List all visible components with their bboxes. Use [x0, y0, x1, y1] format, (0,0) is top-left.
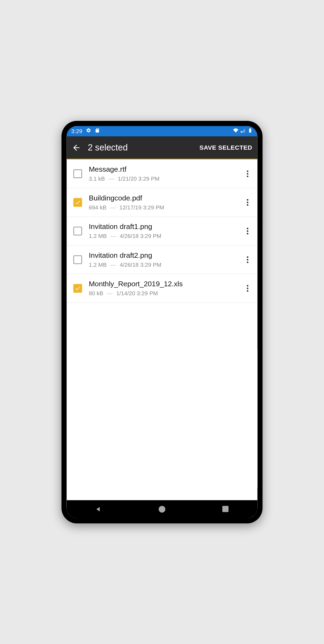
file-info: Invitation draft2.png 1.2 MB — 4/26/18 3…	[89, 251, 242, 268]
overflow-menu-button[interactable]	[242, 226, 253, 236]
file-size: 1.2 MB	[89, 233, 107, 239]
file-name: Monthly_Report_2019_12.xls	[89, 280, 242, 288]
file-size: 80 kB	[89, 290, 103, 297]
android-nav-bar	[67, 500, 258, 518]
overflow-menu-button[interactable]	[242, 168, 253, 179]
file-row[interactable]: Buildingcode.pdf 694 kB — 12/17/19 3:29 …	[67, 188, 258, 216]
gear-icon	[86, 128, 91, 134]
file-info: Monthly_Report_2019_12.xls 80 kB — 1/14/…	[89, 280, 242, 297]
file-size: 3.1 kB	[89, 175, 105, 182]
checkbox[interactable]	[73, 169, 82, 178]
app-bar: 2 selected SAVE SELECTED	[67, 136, 258, 160]
overflow-menu-button[interactable]	[242, 255, 253, 265]
checkbox[interactable]	[73, 255, 82, 264]
battery-icon	[247, 128, 253, 134]
file-meta: 1.2 MB — 4/26/18 3:29 PM	[89, 233, 242, 240]
meta-separator: —	[110, 204, 116, 211]
save-selected-button[interactable]: SAVE SELECTED	[199, 144, 252, 151]
screen: 3:29	[67, 126, 258, 518]
file-meta: 3.1 kB — 1/21/20 3:29 PM	[89, 175, 242, 182]
file-name: Invitation draft2.png	[89, 251, 242, 259]
file-info: Message.rtf 3.1 kB — 1/21/20 3:29 PM	[89, 165, 242, 182]
meta-separator: —	[109, 175, 114, 182]
file-date: 4/26/18 3:29 PM	[120, 233, 161, 239]
status-right	[233, 128, 253, 134]
overflow-menu-button[interactable]	[242, 283, 253, 293]
page-title: 2 selected	[88, 142, 128, 152]
file-name: Invitation draft1.png	[89, 222, 242, 231]
signal-icon	[240, 128, 246, 134]
checkbox[interactable]	[73, 198, 82, 207]
status-left: 3:29	[71, 128, 100, 134]
file-row[interactable]: Invitation draft1.png 1.2 MB — 4/26/18 3…	[67, 217, 258, 245]
meta-separator: —	[110, 233, 116, 239]
file-row[interactable]: Monthly_Report_2019_12.xls 80 kB — 1/14/…	[67, 274, 258, 303]
nav-home-button[interactable]	[159, 506, 166, 513]
sd-card-icon	[95, 128, 100, 134]
file-meta: 1.2 MB — 4/26/18 3:29 PM	[89, 261, 242, 268]
checkbox[interactable]	[73, 227, 82, 235]
file-name: Message.rtf	[89, 165, 242, 173]
file-date: 12/17/19 3:29 PM	[119, 204, 164, 211]
file-info: Invitation draft1.png 1.2 MB — 4/26/18 3…	[89, 222, 242, 240]
back-button[interactable]	[72, 143, 81, 152]
overflow-menu-button[interactable]	[242, 197, 253, 208]
file-row[interactable]: Invitation draft2.png 1.2 MB — 4/26/18 3…	[67, 245, 258, 274]
nav-recent-button[interactable]	[222, 506, 229, 513]
file-date: 1/14/20 3:29 PM	[116, 290, 158, 297]
file-date: 1/21/20 3:29 PM	[118, 175, 159, 182]
clock: 3:29	[71, 128, 82, 134]
file-size: 1.2 MB	[89, 261, 107, 268]
file-list: Message.rtf 3.1 kB — 1/21/20 3:29 PM Bui…	[67, 159, 258, 500]
meta-separator: —	[110, 261, 116, 268]
meta-separator: —	[107, 290, 113, 297]
file-size: 694 kB	[89, 204, 106, 211]
checkbox[interactable]	[73, 284, 82, 293]
status-bar: 3:29	[67, 126, 258, 136]
wifi-icon	[233, 128, 238, 134]
file-date: 4/26/18 3:29 PM	[120, 261, 161, 268]
file-name: Buildingcode.pdf	[89, 194, 242, 202]
file-info: Buildingcode.pdf 694 kB — 12/17/19 3:29 …	[89, 194, 242, 211]
file-meta: 80 kB — 1/14/20 3:29 PM	[89, 290, 242, 297]
device-frame: 3:29	[62, 121, 263, 523]
file-row[interactable]: Message.rtf 3.1 kB — 1/21/20 3:29 PM	[67, 159, 258, 188]
file-meta: 694 kB — 12/17/19 3:29 PM	[89, 204, 242, 211]
nav-back-button[interactable]	[95, 506, 102, 513]
